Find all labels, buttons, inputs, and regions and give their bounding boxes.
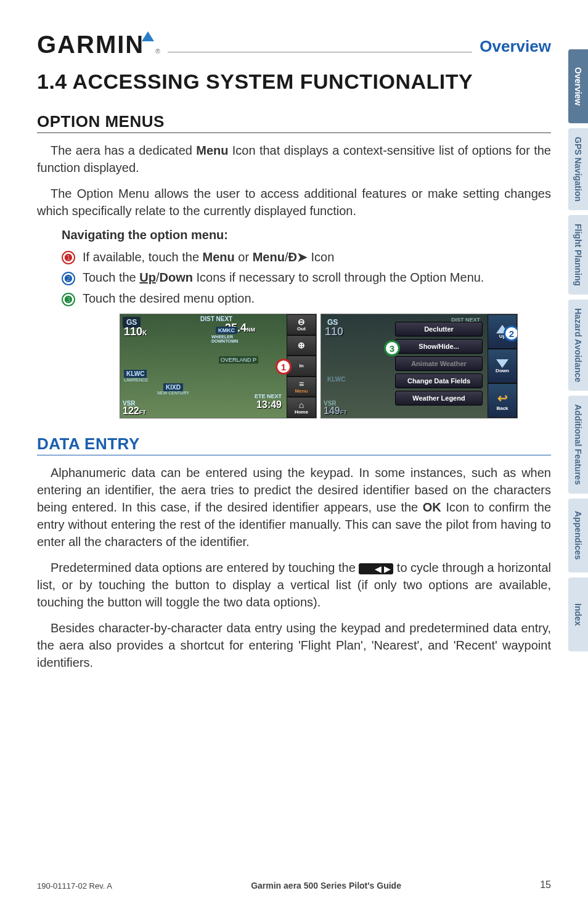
menu-declutter[interactable]: Declutter [395, 322, 483, 336]
step-number-2-icon: ➋ [62, 272, 75, 285]
map-screenshot-left: GS 110K DIST NEXT 25.4NM KMKC WHEELERDOW… [120, 314, 317, 418]
left-right-arrows-icon: ◀ ▶ [359, 563, 393, 574]
tab-overview[interactable]: Overview [568, 49, 588, 123]
footer-revision: 190-01117-02 Rev. A [37, 881, 112, 891]
step-2-text: Touch the Up/Down Icons if necessary to … [83, 271, 484, 285]
gs-value: 110 [325, 325, 343, 338]
klwc-tag: KLWC [124, 370, 147, 378]
ete-value: 13:49 [256, 399, 282, 410]
down-button[interactable]: Down [488, 349, 517, 383]
logo-registered: ® [155, 48, 160, 55]
option-menu-list: Declutter Show/Hide... Animate Weather C… [395, 322, 483, 406]
step-1: ➊ If available, touch the Menu or Menu/Ð… [62, 250, 551, 264]
data-entry-heading: DATA ENTRY [37, 434, 551, 455]
step-3: ➌ Touch the desired menu option. [62, 291, 551, 306]
menu-show-hide[interactable]: Show/Hide... [395, 339, 483, 354]
bold: Menu [196, 144, 228, 157]
garmin-logo: GARMIN ® [37, 31, 160, 59]
klwc-tag: KLWC [327, 376, 345, 383]
page-footer: 190-01117-02 Rev. A Garmin aera 500 Seri… [37, 879, 551, 891]
step-3-text: Touch the desired menu option. [83, 291, 255, 306]
down-arrow-icon [496, 359, 508, 368]
menu-button[interactable]: ≡Menu [287, 377, 316, 397]
kixd-sub: NEW CENTURY [157, 391, 189, 395]
page-header: GARMIN ® Overview [37, 31, 551, 59]
tab-appendices[interactable]: Appendices [568, 499, 588, 573]
text: The aera has a dedicated [51, 144, 196, 157]
home-icon: ⌂ [299, 401, 304, 409]
step-1-text: If available, touch the Menu or Menu/Ð➤ … [83, 250, 334, 264]
data-entry-para1: Alphanumeric data can be entered using t… [37, 464, 551, 550]
zoom-out-button[interactable]: ⊖Out [287, 314, 316, 335]
option-menus-para2: The Option Menu allows the user to acces… [37, 185, 551, 219]
menu-screenshot-right: GS 110 DIST NEXT KLWC VSR 149FT Declutte… [321, 314, 518, 418]
menu-weather-legend[interactable]: Weather Legend [395, 391, 483, 406]
home-button[interactable]: ⌂Home [287, 397, 316, 418]
back-button[interactable]: ↩Back [488, 383, 517, 418]
footer-title: Garmin aera 500 Series Pilot's Guide [251, 881, 401, 891]
logo-triangle-icon [142, 31, 154, 41]
tab-index[interactable]: Index [568, 577, 588, 651]
menu-change-data-fields[interactable]: Change Data Fields [395, 373, 483, 388]
section-link-overview[interactable]: Overview [480, 37, 551, 56]
plus-icon: ⊕ [298, 341, 305, 349]
tab-gps-navigation[interactable]: GPS Navigation [568, 128, 588, 210]
gs-value: 110K [124, 325, 147, 338]
screenshots-row: GS 110K DIST NEXT 25.4NM KMKC WHEELERDOW… [86, 314, 551, 418]
vsr-value: 149FT [324, 406, 347, 417]
option-menus-heading: OPTION MENUS [37, 112, 551, 133]
klwc-sub: LAWRENCE [124, 378, 148, 382]
direct-to-icon: Ð➤ [288, 250, 307, 264]
callout-3-icon: 3 [384, 340, 400, 356]
logo-text: GARMIN [37, 31, 144, 59]
header-divider [168, 52, 473, 52]
steps-list: ➊ If available, touch the Menu or Menu/Ð… [62, 250, 551, 306]
ete-label: ETE NEXT [255, 393, 282, 399]
back-arrow-icon: ↩ [497, 391, 508, 406]
step-number-1-icon: ➊ [62, 251, 75, 264]
step-2: ➋ Touch the Up/Down Icons if necessary t… [62, 271, 551, 285]
vsr-value: 122FT [123, 406, 146, 417]
navigating-heading: Navigating the option menu: [62, 228, 551, 242]
zoom-button[interactable]: ⊕ [287, 335, 316, 356]
kmkc-tag: KMKC [216, 327, 237, 334]
page-title: 1.4 ACCESSING SYSTEM FUNCTIONALITY [37, 70, 551, 94]
kmkc-sub: WHEELERDOWNTOWN [211, 335, 238, 343]
overland-tag: OVERLAND P [219, 356, 258, 364]
callout-1-icon: 1 [276, 359, 292, 375]
footer-page-number: 15 [540, 879, 551, 891]
side-tabs: Overview GPS Navigation Flight Planning … [568, 49, 588, 651]
tab-additional-features[interactable]: Additional Features [568, 396, 588, 494]
tab-hazard-avoidance[interactable]: Hazard Avoidance [568, 300, 588, 391]
tab-flight-planning[interactable]: Flight Planning [568, 215, 588, 295]
menu-animate-weather[interactable]: Animate Weather [395, 356, 483, 371]
minus-icon: ⊖ [298, 317, 305, 326]
step-number-3-icon: ➌ [62, 293, 75, 306]
menu-icon: ≡ [299, 380, 304, 388]
data-entry-para2: Predetermined data options are entered b… [37, 559, 551, 611]
callout-2-icon: 2 [504, 325, 518, 341]
option-menus-para1: The aera has a dedicated Menu Icon that … [37, 142, 551, 176]
data-entry-para3: Besides character-by-character data entr… [37, 619, 551, 671]
